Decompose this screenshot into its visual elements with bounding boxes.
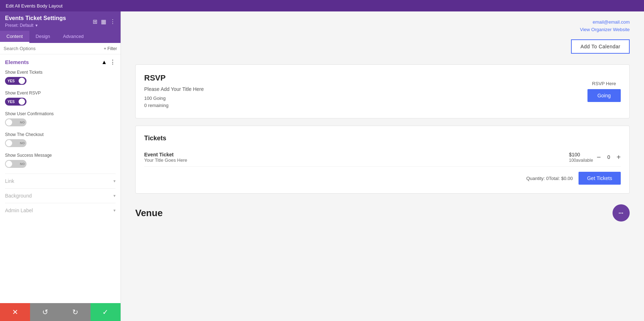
elements-section-title: Elements <box>5 59 29 65</box>
toggle-text-checkout: NO <box>20 141 25 145</box>
toggle-switch-event-rsvp[interactable]: YES <box>5 98 26 106</box>
toggle-text-user-confirmations: NO <box>20 121 25 124</box>
ticket-controls: $100 100available − 0 + <box>569 151 621 163</box>
panel-header: Events Ticket Settings Preset: Default ▾… <box>0 11 121 31</box>
ticket-price: $100 <box>569 152 580 157</box>
toggle-switch-user-confirmations[interactable]: NO <box>5 118 26 126</box>
venue-heading: Venue <box>135 208 163 219</box>
toggle-show-user-confirmations: Show User Confirmations NO <box>5 111 116 126</box>
toggle-label-event-rsvp: Show Event RSVP <box>5 91 116 96</box>
quantity-value: 0 <box>605 154 612 160</box>
panel-icon-grid[interactable]: ⊞ <box>93 18 97 25</box>
collapsible-link-title: Link <box>5 178 14 184</box>
toggle-text-success-message: NO <box>20 162 25 166</box>
fab-dots-icon: ••• <box>619 211 624 215</box>
ticket-quantity-label: Quantity: 0 <box>526 176 549 181</box>
ticket-availability: 100available <box>569 158 593 163</box>
ticket-subtitle: Your Title Goes Here <box>144 157 187 163</box>
toggle-label-event-tickets: Show Event Tickets <box>5 70 116 75</box>
search-input[interactable] <box>4 46 102 51</box>
panel-title: Events Ticket Settings <box>5 15 66 21</box>
ticket-footer: Quantity: 0Total: $0.00 Get Tickets <box>144 167 621 185</box>
collapsible-link: Link ▾ <box>5 174 116 188</box>
save-button[interactable]: ✓ <box>91 303 121 321</box>
collapsible-link-header[interactable]: Link ▾ <box>5 178 116 184</box>
toggle-switch-success-message[interactable]: NO <box>5 160 26 168</box>
rsvp-going-count: 100 Going <box>144 95 204 102</box>
rsvp-card: RSVP Please Add Your Title Here 100 Goin… <box>135 64 630 119</box>
panel-body: Elements ▲ ⋮ Show Event Tickets YES Show… <box>0 54 121 303</box>
panel-icon-columns[interactable]: ▦ <box>101 18 106 25</box>
quantity-controls: − 0 + <box>597 154 621 161</box>
ticket-name: Event Ticket <box>144 152 187 157</box>
toggle-switch-event-tickets[interactable]: YES <box>5 77 26 85</box>
ticket-info: Event Ticket Your Title Goes Here <box>144 152 187 163</box>
rsvp-action: RSVP Here Going <box>587 81 621 102</box>
toggle-show-event-tickets: Show Event Tickets YES <box>5 70 116 85</box>
toggle-show-checkout: Show The Checkout NO <box>5 132 116 147</box>
toggle-switch-checkout[interactable]: NO <box>5 139 26 147</box>
preset-label: Preset: Default <box>5 23 33 28</box>
elements-section-header: Elements ▲ ⋮ <box>5 59 116 65</box>
tabs: Content Design Advanced <box>0 31 121 43</box>
organizer-website-link[interactable]: View Organizer Website <box>135 26 630 34</box>
tickets-card: Tickets Event Ticket Your Title Goes Her… <box>135 126 630 194</box>
panel-icon-more[interactable]: ⋮ <box>110 18 116 25</box>
close-button[interactable]: ✕ <box>0 303 30 321</box>
quantity-decrease-button[interactable]: − <box>597 154 601 161</box>
collapsible-background-chevron-icon: ▾ <box>113 193 116 198</box>
bottom-toolbar: ✕ ↺ ↻ ✓ <box>0 303 121 321</box>
venue-fab-button[interactable]: ••• <box>613 204 630 222</box>
content-area: email@email.com View Organizer Website A… <box>121 11 644 321</box>
rsvp-subtitle: Please Add Your Title Here <box>144 86 204 92</box>
collapsible-background-header[interactable]: Background ▾ <box>5 193 116 199</box>
left-panel: Events Ticket Settings Preset: Default ▾… <box>0 11 121 321</box>
toggle-show-event-rsvp: Show Event RSVP YES <box>5 91 116 106</box>
ticket-total-value: Total: $0.00 <box>549 176 573 181</box>
collapsible-background-title: Background <box>5 193 32 199</box>
calendar-section: Add To Calendar <box>135 39 630 54</box>
add-to-calendar-button[interactable]: Add To Calendar <box>571 39 630 54</box>
organizer-email-link[interactable]: email@email.com <box>135 19 630 26</box>
collapsible-admin-label-title: Admin Label <box>5 208 33 213</box>
ticket-row: Event Ticket Your Title Goes Here $100 1… <box>144 148 621 167</box>
more-options-icon[interactable]: ⋮ <box>110 59 116 65</box>
collapsible-admin-label-header[interactable]: Admin Label ▾ <box>5 208 116 213</box>
collapsible-background: Background ▾ <box>5 188 116 203</box>
tab-content[interactable]: Content <box>0 31 29 43</box>
toggle-show-success-message: Show Success Message NO <box>5 153 116 168</box>
quantity-increase-button[interactable]: + <box>616 154 621 161</box>
rsvp-stats: 100 Going 0 remaining <box>144 95 204 110</box>
toggle-label-success-message: Show Success Message <box>5 153 116 158</box>
tab-design[interactable]: Design <box>29 31 57 43</box>
undo-button[interactable]: ↺ <box>30 303 60 321</box>
top-bar-label: Edit All Events Body Layout <box>6 3 63 9</box>
collapsible-admin-label: Admin Label ▾ <box>5 203 116 218</box>
preset-chevron-icon: ▾ <box>35 23 38 28</box>
redo-button[interactable]: ↻ <box>60 303 91 321</box>
toggle-text-event-tickets: YES <box>8 79 15 83</box>
rsvp-here-label: RSVP Here <box>587 81 621 86</box>
ticket-quantity-total-label: Quantity: 0Total: $0.00 <box>526 176 573 181</box>
tickets-heading: Tickets <box>144 135 621 142</box>
top-bar: Edit All Events Body Layout <box>0 0 644 11</box>
rsvp-remaining-count: 0 remaining <box>144 102 204 110</box>
collapsible-link-chevron-icon: ▾ <box>113 179 116 184</box>
venue-section: Venue ••• <box>135 201 630 225</box>
collapse-icon[interactable]: ▲ <box>101 59 107 65</box>
toggle-label-checkout: Show The Checkout <box>5 132 116 137</box>
organizer-links: email@email.com View Organizer Website <box>135 19 630 34</box>
rsvp-heading: RSVP <box>144 73 204 83</box>
tab-advanced[interactable]: Advanced <box>57 31 90 43</box>
filter-button[interactable]: + Filter <box>104 46 117 51</box>
going-button[interactable]: Going <box>587 89 621 102</box>
get-tickets-button[interactable]: Get Tickets <box>579 172 621 185</box>
collapsible-admin-label-chevron-icon: ▾ <box>113 208 116 213</box>
toggle-label-user-confirmations: Show User Confirmations <box>5 111 116 116</box>
search-row: + Filter <box>0 43 121 54</box>
toggle-text-event-rsvp: YES <box>8 100 15 104</box>
